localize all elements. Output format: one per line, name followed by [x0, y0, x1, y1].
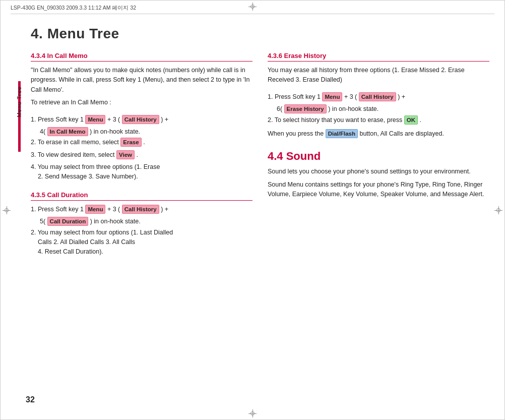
col-left: 4.3.4 In Call Memo "In Call Memo" allows… [31, 52, 252, 260]
erase-history-step2: 2. To select history that you want to er… [268, 115, 489, 125]
dial-flash-badge: Dial/Flash [326, 129, 358, 138]
page-wrapper: LSP-430G EN_090303 2009.3.3 11:12 AM 페이지… [0, 0, 505, 420]
call-duration-badge: Call Duration [47, 217, 89, 226]
step1-text-mid1: + 3 ( [107, 116, 122, 123]
cd-step1-line2-prefix: 5( [40, 218, 47, 225]
in-call-memo-badge: In Call Memo [47, 127, 88, 136]
ok-badge: OK [404, 115, 418, 125]
step2-number: 2. To erase in call memo, select [31, 139, 120, 146]
in-call-memo-step4: 4. You may select from three options (1.… [31, 162, 252, 182]
step1-text-mid2: ) + [161, 116, 168, 123]
in-call-memo-step1-line2: 4( In Call Memo ) in on-hook state. [40, 127, 252, 137]
cd-step1-line2-suffix: ) in on-hook state. [90, 218, 141, 225]
step4-text: 4. You may select from three options (1.… [31, 163, 160, 180]
section-sound: 4.4 Sound Sound lets you choose your pho… [268, 150, 489, 199]
eh-step1-text-before: Press Soft key 1 [275, 93, 322, 100]
file-info: LSP-430G EN_090303 2009.3.3 11:12 AM 페이지… [11, 5, 136, 12]
section-erase-history-intro: You may erase all history from three opt… [268, 66, 489, 85]
step3-number: 3. To view desired item, select [31, 151, 116, 158]
in-call-memo-step2: 2. To erase in call memo, select Erase . [31, 138, 252, 147]
dial-flash-text-after: button, All Calls are displayed. [359, 130, 444, 137]
erase-badge: Erase [120, 138, 141, 147]
call-duration-step2: 2. You may select from four options (1. … [31, 228, 252, 257]
page-title: 4. Menu Tree [31, 26, 489, 42]
reg-mark-right [494, 206, 502, 214]
dial-flash-text-before: When you press the [268, 130, 326, 137]
cd-menu-badge: Menu [85, 205, 105, 214]
erase-history-badge: Erase History [284, 104, 327, 113]
eh-menu-badge: Menu [322, 92, 342, 101]
side-tab: Menu Tree [15, 81, 24, 369]
cd-call-history-badge: Call History [122, 205, 159, 214]
step1-text-before: Press Soft key 1 [38, 116, 85, 123]
retrieve-label: To retrieve an In Call Memo : [31, 98, 252, 107]
page-number: 32 [26, 395, 35, 404]
cd-step2-text: 2. You may select from four options (1. … [31, 229, 173, 256]
cd-step1-text-before: Press Soft key 1 [38, 206, 85, 213]
top-bar: LSP-430G EN_090303 2009.3.3 11:12 AM 페이지… [11, 5, 494, 14]
section-sound-heading: 4.4 Sound [268, 150, 489, 163]
eh-step2-suffix: . [419, 116, 421, 124]
menu-badge-1: Menu [85, 115, 105, 124]
step3-suffix: . [136, 151, 138, 158]
cd-step1-number: 1. [31, 206, 38, 213]
eh-step1-mid2: ) + [398, 93, 405, 100]
section-call-duration: 4.3.5 Call Duration 1. Press Soft key 1 … [31, 191, 252, 257]
view-badge: View [116, 150, 135, 159]
step2-suffix: . [143, 139, 145, 146]
section-erase-history-heading: 4.3.6 Erase History [268, 52, 489, 62]
section-call-duration-heading: 4.3.5 Call Duration [31, 191, 252, 201]
call-duration-step1: 1. Press Soft key 1 Menu + 3 ( Call Hist… [31, 205, 252, 214]
step1-line2-prefix: 4( [40, 128, 47, 135]
col-right: 4.3.6 Erase History You may erase all hi… [268, 52, 489, 260]
in-call-memo-step1: 1. Press Soft key 1 Menu + 3 ( Call Hist… [31, 115, 252, 125]
section-in-call-memo-heading: 4.3.4 In Call Memo [31, 52, 252, 62]
eh-step1-mid1: + 3 ( [344, 93, 359, 100]
cd-step1-mid1: + 3 ( [107, 206, 122, 213]
call-history-badge-1: Call History [122, 115, 159, 124]
eh-step2-text-before: 2. To select history that you want to er… [268, 116, 404, 124]
reg-mark-left [3, 206, 11, 214]
columns: 4.3.4 In Call Memo "In Call Memo" allows… [31, 52, 489, 260]
section-erase-history: 4.3.6 Erase History You may erase all hi… [268, 52, 489, 139]
erase-history-step1-line2: 6( Erase History ) in on-hook state. [277, 104, 489, 114]
sound-intro2: Sound Menu contains settings for your ph… [268, 180, 489, 200]
eh-call-history-badge: Call History [359, 92, 396, 101]
sound-intro1: Sound lets you choose your phone's sound… [268, 167, 489, 176]
section-in-call-memo-intro: "In Call Memo" allows you to make quick … [31, 66, 252, 108]
step1-number: 1. [31, 116, 38, 123]
in-call-memo-step3: 3. To view desired item, select View . [31, 150, 252, 160]
erase-history-step1: 1. Press Soft key 1 Menu + 3 ( Call Hist… [268, 92, 489, 102]
cd-step1-mid2: ) + [161, 206, 168, 213]
call-duration-step1-line2: 5( Call Duration ) in on-hook state. [40, 217, 252, 226]
reg-mark-bottom [248, 409, 257, 417]
step1-line2-suffix: ) in on-hook state. [90, 128, 140, 135]
eh-step1-line2-prefix: 6( [277, 105, 284, 112]
dial-flash-note: When you press the Dial/Flash button, Al… [268, 129, 489, 139]
eh-step1-line2-suffix: ) in on-hook state. [328, 105, 378, 112]
erase-intro-text: You may erase all history from three opt… [268, 66, 489, 85]
intro-text: "In Call Memo" allows you to make quick … [31, 66, 252, 95]
section-sound-body: Sound lets you choose your phone's sound… [268, 167, 489, 199]
main-content: 4. Menu Tree 4.3.4 In Call Memo "In Call… [31, 26, 489, 389]
section-in-call-memo: 4.3.4 In Call Memo "In Call Memo" allows… [31, 52, 252, 182]
side-tab-label: Menu Tree [16, 86, 22, 117]
eh-step1-number: 1. [268, 93, 275, 100]
